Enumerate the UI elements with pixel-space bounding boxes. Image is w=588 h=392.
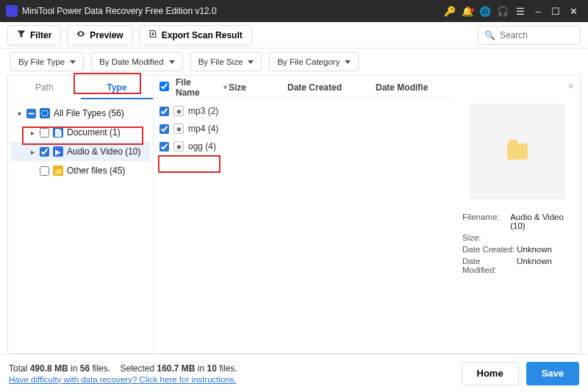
file-list: File Name▼ Size Date Created Date Modifi…	[154, 76, 455, 353]
file-tree: ▾ 🖵 All File Types (56) ▸ 📄 Document (1)…	[8, 99, 153, 185]
tree-label: All File Types (56)	[54, 108, 124, 118]
checkbox-selectall[interactable]	[159, 82, 169, 91]
preview-thumbnail	[470, 104, 565, 199]
column-headers: File Name▼ Size Date Created Date Modifi…	[154, 76, 455, 99]
footer: Total 490.8 MB in 56 files. Selected 160…	[0, 354, 588, 392]
filter-filecategory[interactable]: By File Category	[269, 52, 359, 71]
chevron-right-icon: ▸	[29, 148, 36, 156]
tree-node-audiovideo[interactable]: ▸ ▶ Audio & Video (10)	[11, 142, 150, 161]
header-datemodified[interactable]: Date Modifie	[376, 82, 449, 93]
globe-icon[interactable]: 🌐	[476, 6, 494, 17]
title-bar: MiniTool Power Data Recovery Free Editio…	[0, 0, 588, 22]
tree-node-all[interactable]: ▾ 🖵 All File Types (56)	[11, 104, 150, 123]
list-item[interactable]: ◉ mp4 (4)	[159, 120, 449, 138]
checkbox-other[interactable]	[40, 166, 49, 176]
filter-button[interactable]: Filter	[7, 25, 61, 46]
meta-value: Audio & Video (10)	[510, 213, 573, 230]
tab-path[interactable]: Path	[8, 76, 81, 99]
export-icon	[148, 29, 157, 40]
checkbox-av[interactable]	[40, 147, 49, 157]
meta-key: Date Created:	[462, 245, 517, 254]
tree-label: Document (1)	[67, 127, 121, 138]
meta-value: Unknown	[517, 245, 552, 254]
row-checkbox[interactable]	[159, 142, 169, 152]
help-link[interactable]: Have difficulty with data recovery? Clic…	[9, 375, 237, 384]
menu-icon[interactable]: ☰	[512, 6, 529, 17]
filetype-icon: ◉	[173, 106, 184, 116]
chevron-down-icon	[169, 60, 175, 64]
search-input[interactable]	[500, 30, 573, 40]
sort-icon: ▼	[222, 84, 229, 91]
list-item[interactable]: ◉ ogg (4)	[159, 138, 449, 155]
tree-node-document[interactable]: ▸ 📄 Document (1)	[11, 123, 150, 142]
toolbar: Filter Preview Export Scan Result 🔍	[0, 22, 588, 49]
headset-icon[interactable]: 🎧	[494, 6, 512, 17]
preview-label: Preview	[90, 30, 123, 40]
export-button[interactable]: Export Scan Result	[139, 25, 252, 46]
main-panel: Path Type ▾ 🖵 All File Types (56) ▸ 📄 Do…	[7, 75, 581, 354]
app-logo-icon	[6, 5, 18, 17]
tabs: Path Type	[8, 76, 153, 99]
close-icon[interactable]: ✕	[564, 6, 582, 17]
filetype-icon: ◉	[173, 124, 184, 134]
header-filename[interactable]: File Name▼	[176, 77, 229, 98]
search-box[interactable]: 🔍	[478, 26, 581, 45]
tree-node-other[interactable]: 📁 Other files (45)	[11, 161, 150, 180]
filter-label: Filter	[30, 30, 51, 40]
maximize-icon[interactable]: ☐	[547, 6, 564, 17]
filter-bar: By File Type By Date Modified By File Si…	[0, 49, 588, 75]
export-label: Export Scan Result	[162, 30, 243, 40]
meta-key: Date Modified:	[462, 257, 517, 274]
minimize-icon[interactable]: –	[529, 6, 547, 17]
search-icon: 🔍	[484, 30, 495, 40]
row-checkbox[interactable]	[159, 124, 169, 134]
document-icon: 📄	[53, 127, 63, 138]
tab-type[interactable]: Type	[81, 76, 154, 99]
list-item[interactable]: ◉ mp3 (2)	[159, 102, 449, 120]
details-panel: × Filename:Audio & Video (10) Size: Date…	[455, 76, 580, 353]
meta-key: Size:	[462, 233, 517, 242]
folder-icon	[507, 143, 528, 160]
chevron-right-icon: ▸	[29, 129, 36, 137]
eye-icon	[76, 29, 85, 40]
chevron-down-icon: ▾	[15, 110, 23, 118]
home-button[interactable]: Home	[462, 362, 519, 385]
bell-icon[interactable]: 🔔	[459, 6, 476, 17]
preview-button[interactable]: Preview	[67, 25, 132, 46]
filter-datemodified[interactable]: By Date Modified	[91, 52, 183, 71]
tree-label: Other files (45)	[67, 165, 125, 176]
header-size[interactable]: Size	[229, 82, 287, 93]
checkbox-doc[interactable]	[40, 128, 49, 138]
window-title: MiniTool Power Data Recovery Free Editio…	[22, 6, 441, 16]
monitor-icon: 🖵	[40, 108, 50, 118]
key-icon[interactable]: 🔑	[441, 6, 459, 17]
filter-filesize[interactable]: By File Size	[190, 52, 262, 71]
meta-key: Filename:	[462, 213, 510, 230]
tree-label: Audio & Video (10)	[67, 146, 141, 157]
chevron-down-icon	[70, 60, 76, 64]
row-checkbox[interactable]	[159, 107, 169, 116]
totals-text: Total 490.8 MB in 56 files. Selected 160…	[9, 363, 237, 374]
header-datecreated[interactable]: Date Created	[287, 82, 376, 93]
filter-filetype[interactable]: By File Type	[10, 52, 84, 71]
chevron-down-icon	[248, 60, 254, 64]
filter-icon	[17, 29, 26, 40]
meta-value: Unknown	[517, 257, 552, 274]
save-button[interactable]: Save	[526, 362, 579, 385]
file-icon: 📁	[53, 165, 63, 176]
row-label: ogg (4)	[188, 141, 216, 152]
row-label: mp4 (4)	[188, 124, 218, 134]
left-column: Path Type ▾ 🖵 All File Types (56) ▸ 📄 Do…	[8, 76, 154, 353]
filetype-icon: ◉	[173, 141, 184, 152]
chevron-down-icon	[345, 60, 351, 64]
video-icon: ▶	[53, 146, 63, 157]
checkbox-all[interactable]	[26, 109, 36, 118]
row-label: mp3 (2)	[188, 106, 218, 116]
close-panel-icon[interactable]: ×	[568, 80, 574, 92]
